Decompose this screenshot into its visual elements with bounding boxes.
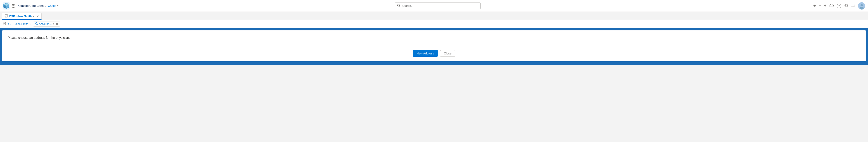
search-tag-icon: [35, 22, 38, 26]
cases-nav[interactable]: Cases ▾: [48, 4, 59, 7]
tab-label: DSP - Jane Smith: [9, 15, 32, 18]
new-address-button[interactable]: New Address: [413, 50, 438, 57]
settings-icon[interactable]: [844, 4, 848, 8]
search-bar[interactable]: [395, 2, 480, 9]
sub-nav-label: DSP - Jane Smith: [7, 22, 28, 26]
tab-dsp-jane-smith[interactable]: DSP - Jane Smith ▾ ✕: [2, 13, 41, 20]
top-nav-right: ★ ▾ + ?: [813, 2, 865, 9]
help-icon[interactable]: ?: [837, 4, 841, 8]
main-content: Please choose an address for the physici…: [0, 28, 868, 65]
svg-line-20: [37, 24, 38, 25]
sub-nav-separator: ›: [30, 22, 31, 26]
app-grid-menu[interactable]: [12, 4, 16, 8]
cases-dropdown-icon[interactable]: ▾: [57, 4, 59, 7]
sub-nav-account-tag[interactable]: Account ... ▾ ✕: [33, 22, 60, 26]
app-name-section: Komodo Care Conn...: [18, 4, 46, 7]
dialog-buttons: New Address Close: [8, 50, 860, 57]
sub-nav-account-label: Account ...: [39, 22, 52, 26]
search-container: [62, 2, 813, 9]
svg-point-9: [861, 4, 863, 6]
search-icon: [397, 4, 400, 8]
cloud-icon[interactable]: [830, 4, 834, 8]
tabs-bar: DSP - Jane Smith ▾ ✕: [0, 12, 868, 20]
tab-close-icon[interactable]: ✕: [36, 15, 39, 18]
svg-point-7: [846, 5, 847, 6]
top-navigation: Komodo Care Conn... Cases ▾ ★ ▾ + ?: [0, 0, 868, 12]
close-button[interactable]: Close: [440, 50, 455, 57]
user-avatar[interactable]: [858, 2, 865, 9]
dialog-panel: Please choose an address for the physici…: [2, 30, 866, 62]
favorites-icon[interactable]: ★: [813, 4, 816, 8]
svg-line-6: [399, 6, 400, 7]
sub-nav-icon: [3, 22, 6, 26]
tab-dropdown-icon[interactable]: ▾: [33, 15, 34, 18]
cases-label: Cases: [48, 4, 56, 7]
sub-nav-tag-close[interactable]: ✕: [56, 22, 58, 26]
sub-nav-account-dropdown[interactable]: ▾: [53, 22, 54, 25]
favorites-dropdown-icon[interactable]: ▾: [819, 4, 821, 7]
svg-point-10: [860, 7, 864, 9]
tab-icon: [5, 14, 8, 18]
app-icon[interactable]: [3, 2, 10, 9]
add-icon[interactable]: +: [824, 3, 827, 8]
notifications-icon[interactable]: [851, 4, 855, 8]
search-input[interactable]: [402, 4, 478, 7]
dialog-message: Please choose an address for the physici…: [8, 36, 860, 40]
sub-navigation: DSP - Jane Smith › Account ... ▾ ✕: [0, 20, 868, 28]
sub-nav-dsp[interactable]: DSP - Jane Smith: [3, 22, 28, 26]
app-name: Komodo Care Conn...: [18, 4, 46, 7]
